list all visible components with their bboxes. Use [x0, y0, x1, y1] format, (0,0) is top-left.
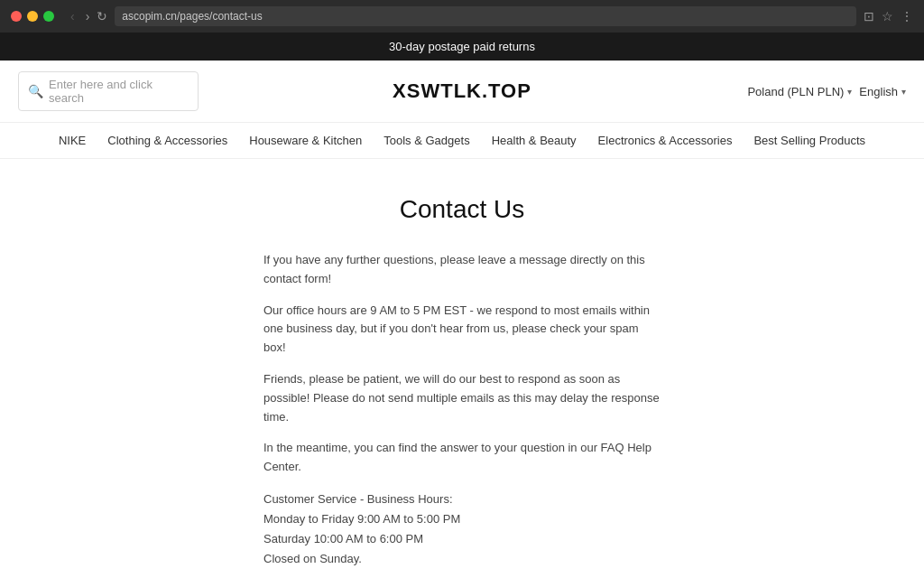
url-text: ascopim.cn/pages/contact-us — [122, 10, 262, 23]
window-controls — [11, 11, 54, 22]
nav-item-houseware[interactable]: Houseware & Kitchen — [249, 132, 362, 149]
cast-icon[interactable]: ⊡ — [864, 9, 874, 23]
bookmark-icon[interactable]: ☆ — [882, 9, 893, 23]
navigation-bar: NIKE Clothing & Accessories Houseware & … — [0, 123, 924, 159]
search-placeholder: Enter here and click search — [49, 78, 189, 105]
header-right: Poland (PLN PLN) ▾ English ▾ — [747, 85, 906, 98]
hours-weekday: Monday to Friday 9:00 AM to 5:00 PM — [263, 509, 661, 529]
nav-item-electronics[interactable]: Electronics & Accessories — [598, 132, 733, 149]
site-title: XSWTLK.TOP — [393, 79, 531, 103]
contact-para-2: Our office hours are 9 AM to 5 PM EST - … — [263, 302, 661, 358]
browser-chrome: ‹ › ↻ ascopim.cn/pages/contact-us ⊡ ☆ ⋮ — [0, 0, 924, 33]
contact-para-1: If you have any further questions, pleas… — [263, 251, 661, 289]
navigation-arrows: ‹ › ↻ — [67, 7, 107, 25]
announcement-bar: 30-day postage paid returns — [0, 33, 924, 61]
contact-para-3: Friends, please be patient, we will do o… — [263, 370, 661, 426]
browser-actions: ⊡ ☆ ⋮ — [864, 9, 913, 23]
address-bar[interactable]: ascopim.cn/pages/contact-us — [115, 6, 856, 26]
region-selector[interactable]: Poland (PLN PLN) ▾ — [747, 85, 852, 98]
hours-saturday: Saturday 10:00 AM to 6:00 PM — [263, 529, 661, 549]
nav-item-bestselling[interactable]: Best Selling Products — [753, 132, 865, 149]
contact-body: If you have any further questions, pleas… — [263, 251, 661, 578]
language-chevron: ▾ — [901, 87, 906, 97]
hours-sunday: Closed on Sunday. — [263, 549, 661, 569]
back-button[interactable]: ‹ — [67, 7, 79, 25]
region-label: Poland (PLN PLN) — [747, 85, 844, 98]
search-box[interactable]: 🔍 Enter here and click search — [18, 71, 199, 111]
minimize-button[interactable] — [27, 11, 38, 22]
main-content: Contact Us If you have any further quest… — [56, 159, 868, 578]
maximize-button[interactable] — [43, 11, 54, 22]
language-selector[interactable]: English ▾ — [859, 85, 906, 98]
page-title: Contact Us — [74, 195, 850, 224]
menu-icon[interactable]: ⋮ — [901, 9, 913, 23]
close-button[interactable] — [11, 11, 22, 22]
search-icon: 🔍 — [28, 84, 43, 98]
region-chevron: ▾ — [847, 87, 852, 97]
contact-para-4: In the meantime, you can find the answer… — [263, 439, 661, 477]
nav-item-tools[interactable]: Tools & Gadgets — [383, 132, 469, 149]
nav-item-nike[interactable]: NIKE — [59, 132, 86, 149]
announcement-text: 30-day postage paid returns — [389, 40, 535, 53]
site-header: 🔍 Enter here and click search XSWTLK.TOP… — [0, 61, 924, 123]
business-hours: Customer Service - Business Hours: Monda… — [263, 489, 661, 569]
refresh-button[interactable]: ↻ — [97, 7, 107, 25]
language-label: English — [859, 85, 898, 98]
nav-item-health[interactable]: Health & Beauty — [492, 132, 577, 149]
forward-button[interactable]: › — [82, 7, 94, 25]
nav-item-clothing[interactable]: Clothing & Accessories — [107, 132, 227, 149]
service-label: Customer Service - Business Hours: — [263, 489, 661, 509]
